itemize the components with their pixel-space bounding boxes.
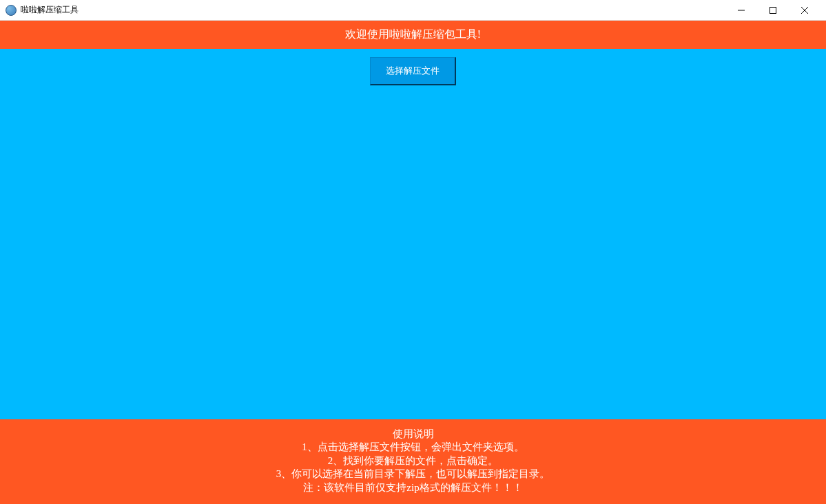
app-body: 欢迎使用啦啦解压缩包工具! 选择解压文件 使用说明 1、点击选择解压文件按钮，会… [0,21,826,504]
window-controls [725,0,820,21]
window-titlebar: 啦啦解压缩工具 [0,0,826,21]
instruction-line-2: 2、找到你要解压的文件，点击确定。 [0,454,826,468]
instructions-panel: 使用说明 1、点击选择解压文件按钮，会弹出文件夹选项。 2、找到你要解压的文件，… [0,419,826,505]
svg-rect-1 [770,7,776,13]
minimize-button[interactable] [725,0,757,21]
app-icon [6,5,17,16]
minimize-icon [738,7,745,14]
main-area: 选择解压文件 [0,49,826,419]
select-file-button[interactable]: 选择解压文件 [370,57,456,85]
close-button[interactable] [789,0,820,21]
close-icon [801,7,808,14]
maximize-icon [770,7,776,14]
window-title: 啦啦解压缩工具 [21,4,79,16]
welcome-banner: 欢迎使用啦啦解压缩包工具! [0,21,826,49]
welcome-text: 欢迎使用啦啦解压缩包工具! [345,28,481,40]
instruction-note: 注：该软件目前仅支持zip格式的解压文件！！！ [0,481,826,495]
maximize-button[interactable] [757,0,789,21]
instruction-line-3: 3、你可以选择在当前目录下解压，也可以解压到指定目录。 [0,468,826,481]
instruction-line-1: 1、点击选择解压文件按钮，会弹出文件夹选项。 [0,441,826,454]
instructions-title: 使用说明 [0,428,826,441]
